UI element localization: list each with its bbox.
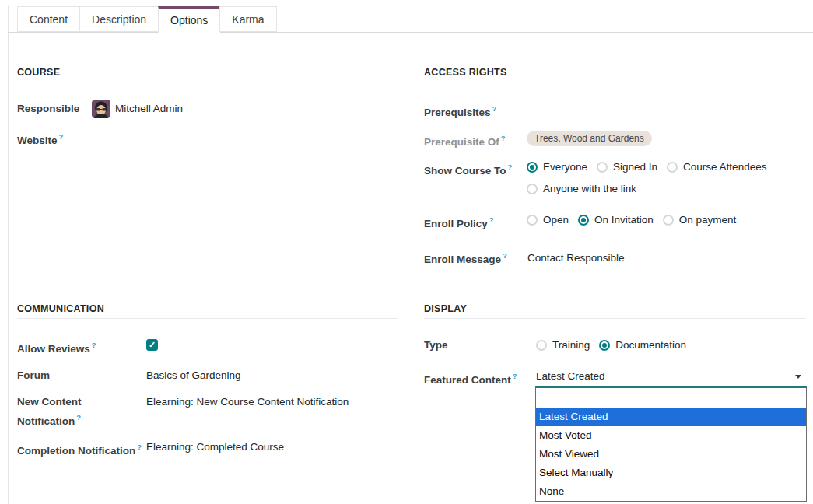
tab-karma[interactable]: Karma	[219, 6, 276, 32]
tab-options-label: Options	[170, 14, 208, 26]
radio-training-circle[interactable]	[536, 340, 547, 351]
responsible-label: Responsible	[17, 101, 92, 117]
radio-on-payment[interactable]: On payment	[663, 212, 737, 228]
field-row-completion-notification: Completion Notification? Elearning: Comp…	[17, 439, 398, 459]
featured-content-help-icon[interactable]: ?	[513, 372, 517, 380]
featured-content-select[interactable]: Latest Created	[527, 369, 806, 384]
dropdown-option-select-manually[interactable]: Select Manually	[536, 464, 806, 482]
notebook-tabs: Content Description Options Karma	[8, 6, 813, 33]
radio-course-attendees-label: Course Attendees	[683, 159, 766, 175]
section-access-rights: ACCESS RIGHTS Prerequisites? Prerequisit…	[424, 67, 806, 303]
radio-anyone-with-link-circle[interactable]	[527, 184, 538, 194]
chevron-down-icon	[795, 375, 801, 379]
allow-reviews-help-icon[interactable]: ?	[92, 341, 96, 349]
field-row-forum: Forum Basics of Gardening	[17, 368, 398, 383]
enroll-policy-options: Open On Invitation On payment	[527, 212, 736, 228]
field-row-new-content-notification: New Content Notification? Elearning: New…	[17, 394, 398, 429]
allow-reviews-label: Allow Reviews?	[17, 338, 146, 357]
new-content-notification-value[interactable]: Elearning: New Course Content Notificati…	[146, 394, 349, 410]
section-course-title: COURSE	[17, 67, 398, 82]
dropdown-option-latest-created[interactable]: Latest Created	[536, 408, 806, 426]
show-course-to-options: Everyone Signed In Course Attendees Anyo…	[527, 159, 766, 197]
radio-course-attendees[interactable]: Course Attendees	[667, 159, 766, 175]
section-course: COURSE Responsible Mitchell Admin	[17, 67, 398, 303]
featured-content-label: Featured Content?	[424, 369, 527, 388]
radio-signed-in-label: Signed In	[613, 159, 657, 175]
field-row-website: Website?	[17, 129, 398, 149]
radio-open-label: Open	[543, 212, 569, 228]
show-course-to-label: Show Course To?	[424, 159, 527, 179]
field-row-prerequisites: Prerequisites?	[424, 101, 806, 121]
allow-reviews-checkbox[interactable]	[146, 339, 158, 351]
enroll-policy-help-icon[interactable]: ?	[489, 215, 494, 224]
prerequisite-of-help-icon[interactable]: ?	[501, 134, 506, 142]
completion-notification-label: Completion Notification?	[17, 439, 146, 459]
field-row-responsible: Responsible Mitchell Admin	[17, 101, 398, 118]
website-help-icon[interactable]: ?	[59, 132, 64, 141]
radio-anyone-with-link-label: Anyone with the link	[543, 181, 636, 197]
completion-notification-help-icon[interactable]: ?	[137, 443, 142, 451]
forum-value[interactable]: Basics of Gardening	[146, 368, 241, 383]
radio-open-circle[interactable]	[527, 215, 538, 226]
radio-documentation-label: Documentation	[615, 338, 686, 353]
radio-everyone-circle[interactable]	[527, 162, 538, 173]
show-course-to-help-icon[interactable]: ?	[508, 163, 513, 171]
section-communication: COMMUNICATION Allow Reviews? Forum Basic…	[17, 303, 398, 470]
radio-anyone-with-link[interactable]: Anyone with the link	[527, 181, 636, 197]
responsible-avatar	[92, 100, 110, 118]
website-label: Website?	[17, 129, 92, 149]
dropdown-option-none[interactable]: None	[536, 482, 806, 501]
section-communication-title: COMMUNICATION	[17, 303, 398, 319]
enroll-message-label: Enroll Message?	[424, 248, 527, 268]
radio-on-invitation-label: On Invitation	[594, 212, 654, 228]
radio-everyone[interactable]: Everyone	[527, 159, 587, 175]
prerequisites-label: Prerequisites?	[424, 101, 527, 121]
type-options: Training Documentation	[527, 338, 686, 353]
radio-on-invitation[interactable]: On Invitation	[578, 212, 654, 228]
section-access-rights-title: ACCESS RIGHTS	[424, 67, 806, 82]
new-content-notification-help-icon[interactable]: ?	[76, 413, 81, 422]
enroll-message-value[interactable]: Contact Responsible	[527, 248, 625, 266]
radio-open[interactable]: Open	[527, 212, 569, 228]
field-row-featured-content: Featured Content? Latest Created	[424, 369, 806, 388]
prerequisite-of-label: Prerequisite Of?	[424, 131, 527, 150]
dropdown-blank-row	[536, 388, 806, 408]
tab-karma-label: Karma	[232, 13, 264, 26]
radio-signed-in[interactable]: Signed In	[597, 159, 657, 175]
dropdown-option-most-voted[interactable]: Most Voted	[536, 426, 806, 445]
tab-description[interactable]: Description	[79, 6, 159, 32]
type-label: Type	[424, 338, 527, 353]
responsible-value[interactable]: Mitchell Admin	[92, 100, 183, 118]
enroll-policy-label: Enroll Policy?	[424, 212, 527, 232]
radio-signed-in-circle[interactable]	[597, 162, 608, 173]
field-row-enroll-policy: Enroll Policy? Open On Invitation On pay…	[424, 212, 806, 232]
radio-training[interactable]: Training	[536, 338, 590, 353]
radio-training-label: Training	[552, 338, 590, 353]
radio-documentation-circle[interactable]	[599, 340, 610, 351]
responsible-name: Mitchell Admin	[115, 101, 183, 117]
section-display-title: DISPLAY	[424, 303, 806, 319]
enroll-message-help-icon[interactable]: ?	[503, 251, 507, 260]
field-row-prerequisite-of: Prerequisite Of? Trees, Wood and Gardens	[424, 131, 806, 150]
prerequisites-help-icon[interactable]: ?	[492, 104, 497, 113]
prerequisite-of-tag[interactable]: Trees, Wood and Gardens	[527, 131, 652, 146]
radio-course-attendees-circle[interactable]	[667, 162, 678, 173]
new-content-notification-label: New Content Notification?	[17, 394, 146, 429]
radio-documentation[interactable]: Documentation	[599, 338, 686, 353]
radio-on-payment-circle[interactable]	[663, 215, 674, 226]
field-row-allow-reviews: Allow Reviews?	[17, 338, 398, 357]
tab-options[interactable]: Options	[158, 6, 220, 33]
radio-on-invitation-circle[interactable]	[578, 215, 589, 226]
field-row-show-course-to: Show Course To? Everyone Signed In Cours…	[424, 159, 806, 197]
forum-label: Forum	[17, 368, 146, 383]
tab-content-label: Content	[30, 13, 68, 26]
radio-on-payment-label: On payment	[679, 212, 737, 228]
completion-notification-value[interactable]: Elearning: Completed Course	[146, 439, 284, 455]
tab-description-label: Description	[92, 13, 146, 26]
dropdown-option-most-viewed[interactable]: Most Viewed	[536, 445, 806, 464]
featured-content-dropdown: Latest Created Most Voted Most Viewed Se…	[535, 386, 807, 502]
field-row-enroll-message: Enroll Message? Contact Responsible	[424, 248, 806, 268]
tab-content[interactable]: Content	[17, 6, 80, 32]
field-row-type: Type Training Documentation	[424, 338, 806, 353]
radio-everyone-label: Everyone	[543, 159, 587, 175]
